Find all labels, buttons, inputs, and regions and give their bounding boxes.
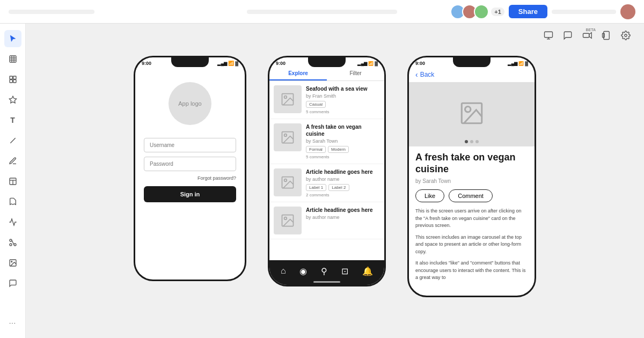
- share-button[interactable]: Share: [509, 5, 547, 18]
- nav-notifications-icon[interactable]: 🔔: [362, 266, 373, 276]
- article-title-3: Article headline goes here: [306, 207, 380, 214]
- comment-button[interactable]: Comment: [449, 189, 493, 202]
- svg-point-31: [284, 134, 287, 137]
- back-label[interactable]: Back: [420, 71, 435, 78]
- sidebar-item-components[interactable]: [4, 71, 21, 88]
- article-author-3: by author name: [306, 215, 380, 220]
- dot-3: [475, 140, 479, 143]
- svg-point-29: [284, 96, 287, 99]
- sidebar-item-comment[interactable]: [4, 275, 21, 292]
- svg-line-25: [12, 240, 14, 245]
- sidebar-item-diagram[interactable]: [4, 234, 21, 251]
- sidebar-item-table[interactable]: [4, 173, 21, 190]
- sidebar-item-more[interactable]: ···: [4, 314, 21, 332]
- tab-pill[interactable]: [247, 10, 397, 14]
- svg-rect-13: [10, 76, 12, 79]
- tag-casual: Casual: [306, 101, 326, 108]
- article-item-3[interactable]: Article headline goes here by author nam…: [269, 202, 384, 239]
- article-list: Seafood with a sea view by Fran Smith Ca…: [269, 81, 384, 239]
- user-avatar[interactable]: [620, 4, 635, 19]
- article-item-2[interactable]: Article headline goes here by author nam…: [269, 164, 384, 202]
- svg-point-24: [10, 244, 12, 246]
- svg-rect-14: [13, 76, 16, 79]
- tab-filter[interactable]: Filter: [327, 67, 384, 80]
- browser-url-bar[interactable]: [9, 10, 94, 14]
- avatar-3: [474, 4, 489, 19]
- monitor-icon[interactable]: [540, 27, 557, 44]
- nav-explore-icon[interactable]: ◉: [299, 266, 307, 276]
- beta-label: BETA: [586, 28, 596, 32]
- phone2-home-bar: [313, 281, 340, 283]
- article-body-p1: This is the screen users arrive on after…: [415, 208, 528, 230]
- svg-rect-16: [13, 80, 16, 83]
- article-thumb-3: [274, 207, 302, 234]
- phone3-header: ‹ Back: [409, 67, 535, 82]
- article-item-0[interactable]: Seafood with a sea view by Fran Smith Ca…: [269, 81, 384, 119]
- article-info-2: Article headline goes here by author nam…: [306, 168, 380, 197]
- phone3-notch: [453, 57, 491, 67]
- nav-messages-icon[interactable]: ⊡: [341, 266, 348, 276]
- svg-line-18: [10, 138, 15, 143]
- wifi-icon: 📶: [228, 61, 234, 66]
- article-comments-0: 5 comments: [306, 109, 380, 114]
- battery2-icon: ▓: [375, 61, 378, 66]
- like-button[interactable]: Like: [415, 189, 444, 202]
- article-item-1[interactable]: A fresh take on vegan cuisine by Sarah T…: [269, 119, 384, 164]
- sidebar-item-image[interactable]: [4, 254, 21, 271]
- canvas-area: 9:00 ▂▄▆ 📶 ▓ App logo Forgot password? S…: [26, 24, 644, 338]
- carousel-dots: [465, 140, 479, 143]
- phone-login: 9:00 ▂▄▆ 📶 ▓ App logo Forgot password? S…: [134, 56, 246, 281]
- sidebar-item-favorites[interactable]: [4, 91, 21, 108]
- signal2-icon: ▂▄▆: [357, 61, 367, 66]
- password-input[interactable]: [144, 157, 236, 171]
- svg-point-22: [10, 239, 12, 241]
- article-list-tabs: Explore Filter: [269, 67, 384, 81]
- phone2-notch: [308, 57, 346, 67]
- username-input[interactable]: [144, 138, 236, 152]
- article-title-2: Article headline goes here: [306, 168, 380, 175]
- article-body-p2: This screen includes an image carousel a…: [415, 234, 528, 256]
- article-tags-0: Casual: [306, 101, 380, 108]
- avatar-count-badge: +1: [491, 8, 504, 16]
- sidebar-item-pencil[interactable]: [4, 152, 21, 170]
- tag-label2: Label 2: [328, 184, 349, 191]
- phone-article-detail: 9:00 ▂▄▆ 📶 ▓ ‹ Back: [407, 56, 536, 297]
- hero-placeholder-icon: [458, 100, 485, 129]
- tab-explore[interactable]: Explore: [269, 67, 327, 80]
- phone2-time: 9:00: [276, 61, 286, 66]
- sidebar-item-line[interactable]: [4, 132, 21, 149]
- article-hero-image: [409, 82, 535, 146]
- phone2-status-icons: ▂▄▆ 📶 ▓: [357, 61, 378, 66]
- top-bar-left: [9, 10, 94, 14]
- svg-point-35: [284, 217, 287, 220]
- phone-article-list: 9:00 ▂▄▆ 📶 ▓ Explore Filter: [268, 56, 386, 286]
- tag-formal: Formal: [306, 146, 326, 153]
- dot-1: [465, 140, 468, 143]
- sidebar-item-sticky[interactable]: [4, 193, 21, 210]
- sidebar-item-text[interactable]: T: [4, 112, 21, 129]
- article-author-1: by Sarah Town: [306, 138, 380, 144]
- nav-search-icon[interactable]: ⚲: [321, 266, 327, 276]
- article-title-0: Seafood with a sea view: [306, 85, 380, 92]
- sidebar-item-cursor[interactable]: [4, 30, 21, 47]
- battery-icon: ▓: [235, 61, 238, 66]
- devices-icon[interactable]: [598, 27, 615, 44]
- app-logo: App logo: [169, 82, 211, 125]
- sidebar-item-chart[interactable]: [4, 214, 21, 231]
- svg-rect-0: [545, 32, 553, 38]
- search-bar-right[interactable]: [552, 10, 616, 14]
- phone1-status-icons: ▂▄▆ 📶 ▓: [217, 61, 238, 66]
- video-icon[interactable]: BETA: [579, 27, 596, 44]
- sidebar-item-frame[interactable]: [4, 50, 21, 68]
- svg-point-37: [465, 107, 471, 112]
- article-comments-2: 2 comments: [306, 193, 380, 197]
- phone1-content: App logo Forgot password? Sign in: [135, 67, 245, 207]
- article-thumb-1: [274, 123, 302, 151]
- dot-2: [470, 140, 473, 143]
- forgot-password-link[interactable]: Forgot password?: [197, 175, 236, 181]
- sign-in-button[interactable]: Sign in: [144, 186, 236, 202]
- nav-home-icon[interactable]: ⌂: [281, 266, 286, 276]
- back-button[interactable]: ‹: [415, 70, 418, 79]
- settings-icon[interactable]: [617, 27, 634, 44]
- comment-icon[interactable]: [559, 27, 576, 44]
